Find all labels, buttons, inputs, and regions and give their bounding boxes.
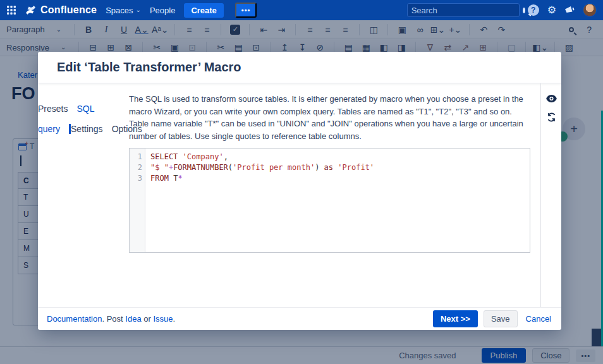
- sql-editor[interactable]: 123 SELECT 'Company',"$ "+FORMATNUMBER('…: [129, 148, 530, 253]
- footer-text: .: [102, 314, 106, 324]
- footer-text: or: [142, 314, 154, 324]
- dialog-body: PresetsSQL querySettingsOptions The SQL …: [38, 83, 561, 307]
- sql-code-area[interactable]: SELECT 'Company',"$ "+FORMATNUMBER('Prof…: [145, 149, 530, 252]
- documentation-link[interactable]: Documentation: [47, 314, 102, 324]
- dialog-title: Edit ‘Table Transformer’ Macro: [57, 60, 241, 75]
- user-avatar[interactable]: [583, 3, 597, 17]
- cancel-button[interactable]: Cancel: [523, 311, 554, 327]
- tab-settings[interactable]: Settings: [71, 124, 112, 134]
- confluence-logo-icon: [25, 5, 36, 15]
- nav-people[interactable]: People: [150, 6, 175, 15]
- search-icon: [523, 8, 525, 13]
- line-number: 3: [130, 173, 145, 184]
- line-number: 2: [130, 162, 145, 173]
- code-line: "$ "+FORMATNUMBER('Profit per month') as…: [150, 162, 525, 173]
- spaces-label: Spaces: [106, 6, 133, 15]
- footer-buttons: Next >> Save Cancel: [433, 310, 554, 327]
- sql-description: The SQL is used to transform source tabl…: [129, 93, 530, 142]
- footer-text: Post: [107, 314, 126, 324]
- idea-link[interactable]: Idea: [125, 314, 141, 324]
- people-label: People: [150, 6, 175, 15]
- nav-right: ? ⚙: [407, 3, 603, 17]
- footer-links: Documentation. Post Idea or Issue.: [47, 314, 175, 324]
- line-number-gutter: 123: [130, 149, 145, 252]
- nav-left: Confluence Spaces ⌄ People Create •••: [0, 3, 407, 18]
- confluence-logo-text: Confluence: [40, 4, 97, 16]
- tab-presets[interactable]: Presets: [38, 104, 76, 114]
- line-number: 1: [130, 152, 145, 162]
- gear-icon[interactable]: ⚙: [547, 5, 556, 15]
- global-search[interactable]: [407, 3, 520, 17]
- footer-text: .: [173, 314, 176, 324]
- create-button[interactable]: Create: [184, 3, 223, 18]
- next-button[interactable]: Next >>: [433, 310, 478, 327]
- edit-macro-dialog: Edit ‘Table Transformer’ Macro PresetsSQ…: [38, 52, 561, 330]
- code-line: FROM T*: [150, 173, 525, 184]
- issue-link[interactable]: Issue: [153, 314, 173, 324]
- confluence-logo[interactable]: Confluence: [25, 4, 97, 16]
- preview-eye-icon[interactable]: [546, 95, 557, 102]
- save-button[interactable]: Save: [484, 310, 518, 327]
- dialog-footer: Documentation. Post Idea or Issue. Next …: [38, 307, 561, 330]
- nav-more-button[interactable]: •••: [235, 3, 257, 18]
- dialog-side-tools: [540, 83, 561, 307]
- notifications-icon[interactable]: [564, 6, 575, 15]
- sql-query-panel: The SQL is used to transform source tabl…: [118, 83, 540, 307]
- search-input[interactable]: [411, 6, 523, 15]
- dialog-tabs: PresetsSQL querySettingsOptions: [38, 83, 118, 307]
- top-navigation: Confluence Spaces ⌄ People Create ••• ? …: [0, 0, 603, 20]
- app-switcher-icon[interactable]: [6, 5, 16, 15]
- code-line: SELECT 'Company',: [150, 152, 525, 162]
- chevron-down-icon: ⌄: [136, 7, 141, 13]
- refresh-icon[interactable]: [547, 112, 556, 122]
- nav-spaces[interactable]: Spaces ⌄: [106, 6, 141, 15]
- dialog-header: Edit ‘Table Transformer’ Macro: [38, 52, 561, 83]
